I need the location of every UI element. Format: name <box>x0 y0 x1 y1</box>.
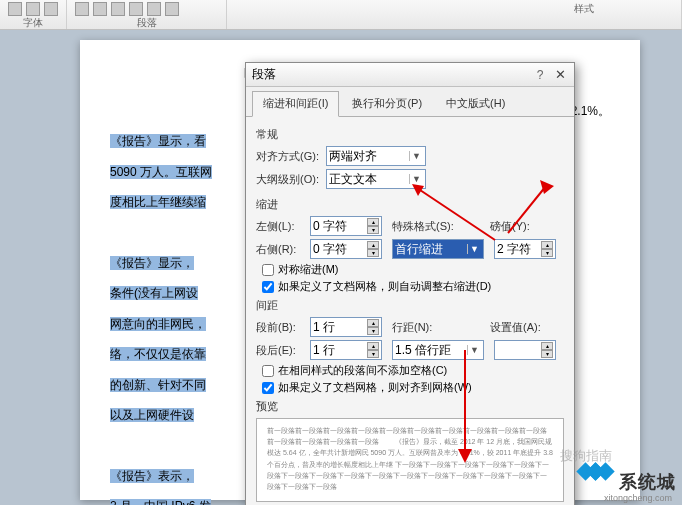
ribbon-label-paragraph: 段落 <box>75 16 218 30</box>
text-p1a: 《报告》显示，看 <box>110 134 206 148</box>
line-spacing-combo[interactable]: 1.5 倍行距▼ <box>392 340 484 360</box>
numbering-icon[interactable] <box>93 2 107 16</box>
section-preview: 预览 <box>256 399 564 414</box>
text-p2k: 以及上网硬件设 <box>110 408 194 422</box>
text-p1c: 5090 万人。互联网 <box>110 165 212 179</box>
text-p3c: 2 月，中国 IPv6 发 <box>110 499 211 505</box>
indent-left-spin[interactable]: 0 字符▴▾ <box>310 216 382 236</box>
by-value: 2 字符 <box>497 241 531 258</box>
section-indent: 缩进 <box>256 197 564 212</box>
by-label: 磅值(Y): <box>490 219 538 234</box>
autogrid2-label: 如果定义了文档网格，则对齐到网格(W) <box>278 380 472 395</box>
chevron-down-icon: ▼ <box>409 174 423 184</box>
logo-text: 系统城 <box>619 470 676 494</box>
tab-asian-typography[interactable]: 中文版式(H) <box>435 91 516 116</box>
text-p2e: 网意向的非网民， <box>110 317 206 331</box>
space-after-value: 1 行 <box>313 342 335 359</box>
indent-left-value: 0 字符 <box>313 218 347 235</box>
snap-grid-check[interactable]: 如果定义了文档网格，则对齐到网格(W) <box>262 380 564 395</box>
paragraph-dialog: 段落 ? ✕ 缩进和间距(I) 换行和分页(P) 中文版式(H) 常规 对齐方式… <box>245 62 575 505</box>
chevron-down-icon: ▼ <box>467 345 481 355</box>
indent-right-value: 0 字符 <box>313 241 347 258</box>
mirror-indent-check[interactable]: 对称缩进(M) <box>262 262 564 277</box>
chevron-down-icon: ▼ <box>467 244 481 254</box>
bold-icon[interactable] <box>8 2 22 16</box>
line-spacing-value: 1.5 倍行距 <box>395 342 451 359</box>
dialog-titlebar[interactable]: 段落 ? ✕ <box>246 63 574 87</box>
ribbon-label-font: 字体 <box>8 16 58 30</box>
indent-right-label: 右侧(R): <box>256 242 306 257</box>
dialog-title-text: 段落 <box>252 66 532 83</box>
logo-icon <box>579 465 613 499</box>
mirror-label: 对称缩进(M) <box>278 262 339 277</box>
line-spacing-label: 行距(N): <box>392 320 442 335</box>
section-spacing: 间距 <box>256 298 564 313</box>
tab-indent-spacing[interactable]: 缩进和间距(I) <box>252 91 339 117</box>
autogrid1-checkbox[interactable] <box>262 281 274 293</box>
section-general: 常规 <box>256 127 564 142</box>
text-p2a: 《报告》显示， <box>110 256 194 270</box>
underline-icon[interactable] <box>44 2 58 16</box>
special-combo[interactable]: 首行缩进▼ <box>392 239 484 259</box>
align-center-icon[interactable] <box>165 2 179 16</box>
close-icon[interactable]: ✕ <box>552 67 568 83</box>
autogrid-indent-check[interactable]: 如果定义了文档网格，则自动调整右缩进(D) <box>262 279 564 294</box>
alignment-combo[interactable]: 两端对齐▼ <box>326 146 426 166</box>
text-p2g: 络，不仅仅是依靠 <box>110 347 206 361</box>
dialog-body: 常规 对齐方式(G): 两端对齐▼ 大纲级别(O): 正文文本▼ 缩进 左侧(L… <box>246 117 574 505</box>
text-p2c: 条件(没有上网设 <box>110 286 198 300</box>
outline-combo[interactable]: 正文文本▼ <box>326 169 426 189</box>
indent-left-label: 左侧(L): <box>256 219 306 234</box>
ribbon-group-paragraph: 段落 <box>67 0 227 29</box>
by-spin[interactable]: 2 字符▴▾ <box>494 239 556 259</box>
brand-logo: 系统城 <box>579 465 676 499</box>
alignment-label: 对齐方式(G): <box>256 149 322 164</box>
italic-icon[interactable] <box>26 2 40 16</box>
bullets-icon[interactable] <box>75 2 89 16</box>
space-before-label: 段前(B): <box>256 320 306 335</box>
text-p1e: 度相比上年继续缩 <box>110 195 206 209</box>
special-label: 特殊格式(S): <box>392 219 460 234</box>
outline-label: 大纲级别(O): <box>256 172 322 187</box>
help-icon[interactable]: ? <box>532 68 548 82</box>
chevron-down-icon: ▼ <box>409 151 423 161</box>
no-space-same-style-check[interactable]: 在相同样式的段落间不添加空格(C) <box>262 363 564 378</box>
autogrid2-checkbox[interactable] <box>262 382 274 394</box>
mirror-checkbox[interactable] <box>262 264 274 276</box>
nosame-checkbox[interactable] <box>262 365 274 377</box>
ribbon-group-font: 字体 <box>0 0 67 29</box>
indent-right-spin[interactable]: 0 字符▴▾ <box>310 239 382 259</box>
autogrid1-label: 如果定义了文档网格，则自动调整右缩进(D) <box>278 279 491 294</box>
indent-left-icon[interactable] <box>111 2 125 16</box>
tab-line-page-breaks[interactable]: 换行和分页(P) <box>341 91 433 116</box>
ribbon-group-styles: 样式 <box>227 0 682 29</box>
align-left-icon[interactable] <box>147 2 161 16</box>
at-spin[interactable]: ▴▾ <box>494 340 556 360</box>
dialog-tabs: 缩进和间距(I) 换行和分页(P) 中文版式(H) <box>246 87 574 117</box>
text-p2i: 的创新、针对不同 <box>110 378 206 392</box>
space-before-spin[interactable]: 1 行▴▾ <box>310 317 382 337</box>
nosame-label: 在相同样式的段落间不添加空格(C) <box>278 363 447 378</box>
ribbon: 字体 段落 样式 <box>0 0 682 30</box>
preview-box: 前一段落前一段落前一段落前一段落前一段落前一段落前一段落前一段落前一段落前一段落… <box>256 418 564 502</box>
space-before-value: 1 行 <box>313 319 335 336</box>
alignment-value: 两端对齐 <box>329 148 377 165</box>
special-value: 首行缩进 <box>395 241 443 258</box>
ribbon-label-styles: 样式 <box>495 2 673 16</box>
space-after-spin[interactable]: 1 行▴▾ <box>310 340 382 360</box>
space-after-label: 段后(E): <box>256 343 306 358</box>
at-label: 设置值(A): <box>490 320 546 335</box>
text-p3a: 《报告》表示， <box>110 469 194 483</box>
indent-right-icon[interactable] <box>129 2 143 16</box>
outline-value: 正文文本 <box>329 171 377 188</box>
